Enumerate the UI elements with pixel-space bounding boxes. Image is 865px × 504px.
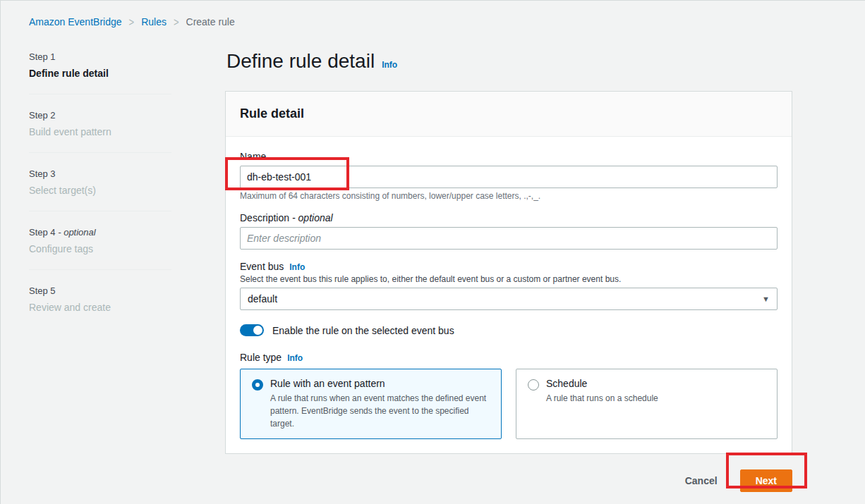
event-bus-select[interactable]: default ▼: [240, 288, 778, 310]
event-bus-description: Select the event bus this rule applies t…: [240, 274, 778, 284]
rule-type-option-description: A rule that runs on a schedule: [546, 392, 658, 405]
description-optional-suffix: - optional: [292, 212, 333, 223]
step-title: Configure tags: [29, 243, 171, 254]
toggle-knob: [253, 326, 262, 335]
divider: [29, 152, 171, 153]
step-title: Select target(s): [29, 185, 171, 196]
radio-selected-icon[interactable]: [252, 379, 263, 391]
name-hint: Maximum of 64 characters consisting of n…: [240, 191, 778, 201]
step-item-define-rule-detail[interactable]: Step 1 Define rule detail: [29, 50, 171, 79]
caret-down-icon: ▼: [762, 295, 770, 303]
panel-title: Rule detail: [240, 106, 778, 121]
divider: [29, 269, 171, 270]
step-number: Step 2: [29, 110, 56, 121]
event-bus-selected-value: default: [248, 293, 277, 305]
wizard-steps-nav: Step 1 Define rule detail Step 2 Build e…: [29, 50, 171, 313]
description-field-group: Description - optional: [240, 212, 778, 250]
event-bus-field-group: Event bus Info Select the event bus this…: [240, 261, 778, 310]
chevron-right-icon: >: [174, 15, 179, 29]
event-bus-info-link[interactable]: Info: [289, 262, 305, 272]
breadcrumb-current: Create rule: [186, 16, 235, 27]
main-content: Define rule detail Info Rule detail Name…: [225, 46, 792, 492]
rule-detail-panel: Rule detail Name Maximum of 64 character…: [225, 91, 792, 454]
breadcrumb: Amazon EventBridge > Rules > Create rule: [29, 16, 235, 27]
rule-type-option-title: Rule with an event pattern: [270, 378, 490, 389]
step-number: Step 3: [29, 168, 56, 179]
wizard-footer: Cancel Next: [225, 469, 792, 492]
name-label: Name: [240, 151, 266, 162]
enable-rule-toggle-row: Enable the rule on the selected event bu…: [240, 324, 778, 336]
rule-type-option-title: Schedule: [546, 378, 658, 389]
create-rule-page: Amazon EventBridge > Rules > Create rule…: [0, 0, 865, 504]
description-label: Description: [240, 212, 289, 223]
step-item-configure-tags[interactable]: Step 4 - optional Configure tags: [29, 226, 171, 254]
step-optional-suffix: - optional: [58, 227, 95, 238]
divider: [29, 211, 171, 211]
rule-type-field-group: Rule type Info Rule with an event patter…: [240, 352, 778, 439]
step-title: Define rule detail: [29, 68, 171, 79]
rule-type-label: Rule type: [240, 352, 282, 363]
step-title: Review and create: [29, 302, 171, 313]
page-info-link[interactable]: Info: [382, 60, 397, 70]
next-button[interactable]: Next: [740, 469, 792, 492]
rule-type-option-event-pattern[interactable]: Rule with an event pattern A rule that r…: [240, 369, 502, 439]
step-number: Step 4: [29, 227, 56, 238]
name-field-group: Name Maximum of 64 characters consisting…: [240, 151, 778, 201]
step-item-select-targets[interactable]: Step 3 Select target(s): [29, 167, 171, 196]
event-bus-label: Event bus: [240, 261, 284, 272]
panel-header: Rule detail: [226, 92, 792, 137]
step-title: Build event pattern: [29, 126, 171, 137]
step-number: Step 5: [29, 285, 56, 296]
rule-type-info-link[interactable]: Info: [287, 353, 303, 363]
radio-unselected-icon[interactable]: [528, 379, 539, 391]
breadcrumb-link-eventbridge[interactable]: Amazon EventBridge: [29, 16, 122, 27]
enable-rule-toggle[interactable]: [240, 324, 264, 336]
step-number: Step 1: [29, 51, 56, 62]
divider: [29, 94, 171, 94]
page-title: Define rule detail: [226, 50, 375, 73]
chevron-right-icon: >: [129, 15, 135, 29]
rule-type-option-schedule[interactable]: Schedule A rule that runs on a schedule: [516, 369, 778, 439]
rule-type-option-description: A rule that runs when an event matches t…: [270, 392, 490, 430]
step-item-build-event-pattern[interactable]: Step 2 Build event pattern: [29, 109, 171, 137]
enable-rule-toggle-label: Enable the rule on the selected event bu…: [272, 325, 454, 336]
description-input[interactable]: [240, 227, 778, 250]
cancel-button[interactable]: Cancel: [681, 474, 722, 487]
name-input[interactable]: [240, 166, 778, 188]
breadcrumb-link-rules[interactable]: Rules: [141, 16, 167, 27]
step-item-review-and-create[interactable]: Step 5 Review and create: [29, 284, 171, 313]
